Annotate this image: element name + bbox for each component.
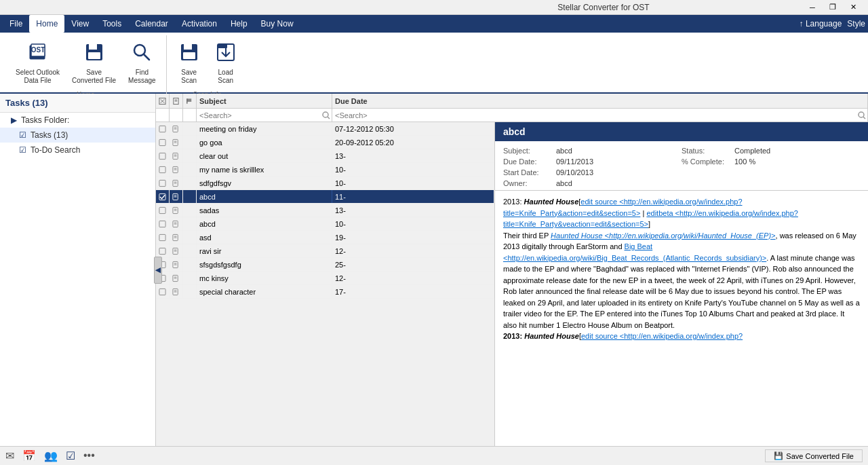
- search-subject-cell[interactable]: [197, 109, 332, 122]
- sidebar-collapse-btn[interactable]: ◀: [154, 257, 162, 284]
- row-date-9: 12-: [332, 244, 494, 257]
- contacts-icon[interactable]: 👥: [44, 449, 58, 462]
- select-outlook-icon: OST: [27, 41, 49, 67]
- row-doc-3: [170, 163, 183, 176]
- close-button[interactable]: ✕: [844, 1, 863, 14]
- sidebar-item-tasks-13[interactable]: ☑ Tasks (13): [0, 128, 155, 143]
- save-scan-label: SaveScan: [181, 69, 197, 85]
- search-duedate-cell[interactable]: [332, 109, 868, 122]
- status-field-row: Status: Completed: [682, 147, 860, 155]
- row-flag-9: [183, 244, 197, 257]
- task-row[interactable]: clear out 13-: [156, 149, 494, 163]
- row-doc-6: [170, 204, 183, 217]
- row-date-11: 12-: [332, 272, 494, 284]
- task-row[interactable]: abcd 10-: [156, 217, 494, 231]
- menu-activation[interactable]: Activation: [175, 15, 224, 33]
- more-icon[interactable]: •••: [83, 449, 95, 462]
- menu-calendar[interactable]: Calendar: [128, 15, 175, 33]
- menu-help[interactable]: Help: [224, 15, 254, 33]
- sidebar-tasks-folder-label: Tasks Folder:: [21, 115, 69, 125]
- owner-value: abcd: [556, 179, 572, 187]
- content-area: Subject Due Date: [156, 94, 868, 446]
- detail-header: abcd: [495, 122, 868, 141]
- select-outlook-button[interactable]: OST Select OutlookData File: [11, 38, 64, 88]
- svg-rect-50: [159, 207, 165, 213]
- detail-top: Subject: abcd Status: Completed Due Date…: [495, 141, 868, 190]
- row-doc-11: [170, 272, 183, 284]
- header-due-date[interactable]: Due Date: [332, 94, 868, 108]
- task-row[interactable]: sdfgdfsgv 10-: [156, 176, 494, 190]
- startdate-value: 09/10/2013: [556, 168, 593, 176]
- task-row[interactable]: sfsgdsfgsdfg 25-: [156, 258, 494, 272]
- header-flag: [183, 94, 197, 108]
- maximize-button[interactable]: ❐: [823, 1, 842, 14]
- task-row[interactable]: asd 19-: [156, 231, 494, 244]
- save-icon-status: 💾: [774, 451, 783, 460]
- header-doc: [170, 94, 183, 108]
- menu-view[interactable]: View: [64, 15, 96, 33]
- style-selector[interactable]: Style: [847, 19, 865, 29]
- sidebar: Tasks (13) ◀ ▶ Tasks Folder: ☑ Tasks (13…: [0, 94, 156, 446]
- row-doc-9: [170, 244, 183, 257]
- header-subject[interactable]: Subject: [197, 94, 332, 108]
- task-row[interactable]: ravi sir 12-: [156, 244, 494, 258]
- row-date-1: 20-09-2012 05:20: [332, 136, 494, 149]
- sidebar-todo-label: To-Do Search: [31, 145, 80, 155]
- calendar-icon[interactable]: 📅: [22, 449, 36, 462]
- subject-value: abcd: [556, 147, 572, 155]
- load-scan-button[interactable]: LoadScan: [209, 38, 243, 88]
- row-date-8: 19-: [332, 231, 494, 244]
- menu-tools[interactable]: Tools: [96, 15, 128, 33]
- row-flag-0: [183, 122, 197, 135]
- task-row[interactable]: go goa 20-09-2012 05:20: [156, 136, 494, 149]
- row-subject-2: clear out: [197, 149, 332, 162]
- task-row[interactable]: special character 17-: [156, 285, 494, 299]
- row-flag-12: [183, 285, 197, 298]
- subject-field-row: Subject: abcd: [503, 147, 682, 155]
- svg-text:OST: OST: [31, 46, 45, 54]
- row-doc-2: [170, 149, 183, 162]
- save-scan-button[interactable]: SaveScan: [172, 38, 206, 88]
- row-doc-12: [170, 285, 183, 298]
- task-row[interactable]: meeting on friday 07-12-2012 05:30: [156, 122, 494, 136]
- tasks-count-label: Tasks (13): [5, 98, 48, 108]
- duedate-search-input[interactable]: [334, 109, 866, 122]
- subject-search-input[interactable]: [198, 109, 330, 122]
- row-flag-8: [183, 231, 197, 244]
- tasks-icon-status[interactable]: ☑: [66, 449, 75, 462]
- task-search-row: [156, 109, 868, 122]
- task-row[interactable]: sadas 13-: [156, 204, 494, 217]
- row-doc-4: [170, 176, 183, 189]
- ribbon: OST Select OutlookData File SaveConverte…: [0, 33, 868, 94]
- owner-label: Owner:: [503, 179, 551, 187]
- row-date-6: 13-: [332, 204, 494, 217]
- svg-rect-58: [159, 234, 165, 240]
- ribbon-group-scaninfo: SaveScan LoadScan Scan Info: [167, 35, 248, 101]
- task-detail-pane: abcd Subject: abcd Status: Completed Due…: [495, 122, 868, 446]
- menu-home[interactable]: Home: [29, 15, 64, 33]
- svg-rect-42: [159, 180, 165, 186]
- language-selector[interactable]: ↑ Language: [800, 19, 842, 29]
- load-scan-icon: [215, 41, 237, 67]
- find-message-button[interactable]: FindMessage: [123, 38, 161, 88]
- task-row[interactable]: mc kinsy 12-: [156, 272, 494, 285]
- row-check-3: [156, 163, 170, 176]
- svg-line-23: [328, 117, 330, 119]
- sidebar-item-tasks-folder[interactable]: ▶ Tasks Folder:: [0, 113, 155, 128]
- save-converted-label: SaveConverted File: [72, 69, 116, 85]
- menu-file[interactable]: File: [3, 15, 29, 33]
- task-row[interactable]: my name is skrilllex 10-: [156, 163, 494, 176]
- row-doc-10: [170, 258, 183, 271]
- row-flag-5: [183, 190, 197, 203]
- duedate-label: Due Date:: [503, 157, 551, 166]
- save-converted-status-label: Save Converted File: [786, 452, 854, 460]
- mail-icon[interactable]: ✉: [5, 449, 14, 462]
- menu-buynow[interactable]: Buy Now: [254, 15, 300, 33]
- save-converted-status-button[interactable]: 💾 Save Converted File: [765, 449, 863, 462]
- save-converted-button[interactable]: SaveConverted File: [67, 38, 121, 88]
- minimize-button[interactable]: ─: [803, 1, 822, 14]
- sidebar-item-todo-search[interactable]: ☑ To-Do Search: [0, 143, 155, 157]
- split-pane: meeting on friday 07-12-2012 05:30 go go…: [156, 122, 868, 446]
- task-row[interactable]: abcd 11-: [156, 190, 494, 204]
- row-subject-4: sdfgdfsgv: [197, 176, 332, 189]
